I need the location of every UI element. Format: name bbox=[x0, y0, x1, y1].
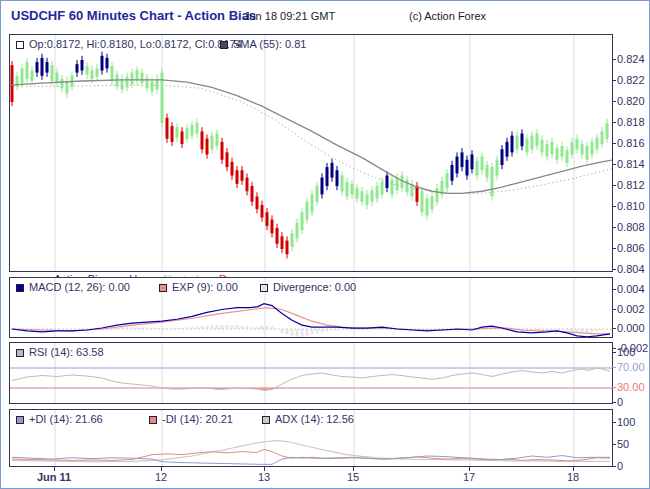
legend-swatch-icon bbox=[262, 416, 270, 424]
y-axis-tick bbox=[612, 422, 616, 423]
y-axis-tick bbox=[612, 164, 616, 165]
y-axis-label: 30.00 bbox=[617, 381, 645, 393]
candlestick-chart bbox=[10, 35, 612, 271]
legend-item: Divergence: 0.00 bbox=[260, 282, 356, 293]
legend-item: SMA (55): 0.81 bbox=[220, 39, 306, 50]
legend-label: EXP (9): 0.00 bbox=[172, 282, 238, 293]
legend-label: Op:0.8172, Hi:0.8180, Lo:0.8172, Cl:0.81… bbox=[29, 39, 242, 50]
y-axis-tick bbox=[612, 387, 616, 388]
timestamp: Jun 18 09:21 GMT bbox=[244, 10, 335, 22]
macd-panel: MACD (12, 26): 0.00EXP (9): 0.00Divergen… bbox=[9, 277, 613, 338]
y-axis-tick bbox=[612, 59, 616, 60]
x-axis-label: 13 bbox=[258, 471, 270, 483]
legend-swatch-icon bbox=[260, 284, 268, 292]
y-axis-tick bbox=[612, 402, 616, 403]
y-axis-label: 0.000 bbox=[617, 322, 645, 334]
y-axis-label: 50 bbox=[617, 438, 629, 450]
y-axis-label: 0.824 bbox=[617, 53, 645, 65]
legend-swatch-icon bbox=[149, 416, 157, 424]
legend-swatch-icon bbox=[16, 416, 24, 424]
y-axis-tick bbox=[612, 352, 616, 353]
page-title: USDCHF 60 Minutes Chart - Action Bias bbox=[11, 8, 256, 23]
chart-page: { "header": { "title": "USDCHF 60 Minute… bbox=[0, 0, 650, 489]
rsi-panel: RSI (14): 63.58 bbox=[9, 342, 613, 404]
y-axis-label: 0 bbox=[617, 396, 623, 408]
adx-panel: +DI (14): 21.66-DI (14): 20.21ADX (14): … bbox=[9, 409, 613, 467]
y-axis-tick bbox=[612, 328, 616, 329]
price-panel: Action Bias: Up, Neutral, Down Op:0.8172… bbox=[9, 34, 613, 272]
y-axis-label: 0.822 bbox=[617, 74, 645, 86]
y-axis-label: 0.004 bbox=[617, 283, 645, 295]
legend-label: MACD (12, 26): 0.00 bbox=[29, 282, 130, 293]
legend-item: MACD (12, 26): 0.00 bbox=[16, 282, 130, 293]
y-axis-tick bbox=[612, 466, 616, 467]
x-axis-label: 17 bbox=[463, 471, 475, 483]
y-axis-tick bbox=[612, 289, 616, 290]
legend-item: Op:0.8172, Hi:0.8180, Lo:0.8172, Cl:0.81… bbox=[16, 39, 242, 50]
legend-label: +DI (14): 21.66 bbox=[29, 414, 103, 425]
legend-swatch-icon bbox=[220, 41, 228, 49]
legend-label: ADX (14): 12.56 bbox=[275, 414, 354, 425]
y-axis-label: 0.818 bbox=[617, 116, 645, 128]
y-axis-tick bbox=[612, 367, 616, 368]
legend-label: -DI (14): 20.21 bbox=[162, 414, 233, 425]
y-axis-label: 100 bbox=[617, 416, 635, 428]
y-axis-tick bbox=[612, 80, 616, 81]
legend-swatch-icon bbox=[159, 284, 167, 292]
x-axis-label: 12 bbox=[155, 471, 167, 483]
y-axis-label: 0.002 bbox=[617, 303, 645, 315]
y-axis-tick bbox=[612, 122, 616, 123]
copyright: (c) Action Forex bbox=[409, 10, 486, 22]
x-axis-label: Jun 11 bbox=[37, 471, 71, 483]
y-axis-label: 0.808 bbox=[617, 221, 645, 233]
y-axis-label: 0.816 bbox=[617, 137, 645, 149]
y-axis-label: 0.810 bbox=[617, 200, 645, 212]
y-axis-tick bbox=[612, 227, 616, 228]
y-axis-tick bbox=[612, 348, 616, 349]
y-axis-tick bbox=[612, 309, 616, 310]
y-axis-label: 0.804 bbox=[617, 263, 645, 275]
y-axis-tick bbox=[612, 101, 616, 102]
legend-swatch-icon bbox=[16, 41, 24, 49]
y-axis-label: 0.814 bbox=[617, 158, 645, 170]
y-axis-label: 0 bbox=[617, 460, 623, 472]
legend-item: ADX (14): 12.56 bbox=[262, 414, 354, 425]
legend-swatch-icon bbox=[16, 284, 24, 292]
legend-item: EXP (9): 0.00 bbox=[159, 282, 238, 293]
y-axis-label: 0.812 bbox=[617, 179, 645, 191]
y-axis-label: 70.00 bbox=[617, 361, 645, 373]
legend-swatch-icon bbox=[16, 349, 24, 357]
legend-label: RSI (14): 63.58 bbox=[29, 347, 104, 358]
y-axis-tick bbox=[612, 248, 616, 249]
candles bbox=[11, 52, 609, 259]
y-axis-label: 0.820 bbox=[617, 95, 645, 107]
x-axis-label: 18 bbox=[567, 471, 579, 483]
y-axis-label: 0.806 bbox=[617, 242, 645, 254]
x-axis-label: 15 bbox=[347, 471, 359, 483]
legend-label: SMA (55): 0.81 bbox=[233, 39, 306, 50]
y-axis-tick bbox=[612, 444, 616, 445]
y-axis-tick bbox=[612, 143, 616, 144]
y-axis-tick bbox=[612, 206, 616, 207]
y-axis-label: 100 bbox=[617, 346, 635, 358]
legend-item: RSI (14): 63.58 bbox=[16, 347, 104, 358]
y-axis-tick bbox=[612, 269, 616, 270]
y-axis-tick bbox=[612, 185, 616, 186]
legend-label: Divergence: 0.00 bbox=[273, 282, 356, 293]
legend-item: -DI (14): 20.21 bbox=[149, 414, 233, 425]
legend-item: +DI (14): 21.66 bbox=[16, 414, 103, 425]
